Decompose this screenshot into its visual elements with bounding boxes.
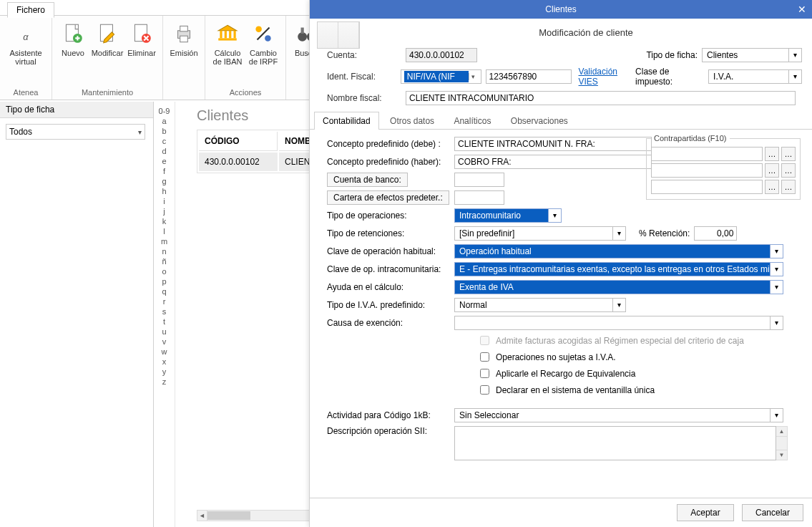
scroll-down-icon[interactable]: ▼ bbox=[776, 450, 787, 460]
ribbon-eliminar[interactable]: Eliminar bbox=[125, 19, 158, 87]
ayuda-calc-text: Exenta de IVA bbox=[455, 281, 770, 294]
ribbon-calculo-iban[interactable]: Cálculo de IBAN bbox=[210, 19, 245, 87]
bank-icon bbox=[215, 21, 240, 46]
chevron-down-icon: ▾ bbox=[770, 263, 783, 276]
alpha-u[interactable]: u bbox=[154, 327, 175, 337]
conc-haber-label: Concepto predefinido (haber): bbox=[327, 157, 454, 167]
chevron-down-icon bbox=[138, 127, 142, 137]
scroll-left-icon[interactable]: ◄ bbox=[197, 511, 207, 521]
alpha-0-9[interactable]: 0-9 bbox=[154, 106, 175, 116]
checkbox[interactable] bbox=[480, 352, 489, 362]
col-codigo[interactable]: CÓDIGO bbox=[199, 132, 278, 151]
dialog-footer: Aceptar Cancelar bbox=[310, 498, 812, 527]
pct-ret-field[interactable] bbox=[694, 226, 737, 241]
pct-ret-label: % Retención: bbox=[639, 228, 690, 238]
alpha-ñ[interactable]: ñ bbox=[154, 256, 175, 266]
tab-otros-datos[interactable]: Otros datos bbox=[381, 112, 443, 130]
lookup-button[interactable]: … bbox=[765, 163, 779, 178]
ident-type-value: NIF/IVA (NIF operad bbox=[404, 71, 469, 82]
alpha-c[interactable]: c bbox=[154, 136, 175, 146]
textarea-scrollbar[interactable]: ▲▼ bbox=[776, 426, 788, 460]
tab-observaciones[interactable]: Observaciones bbox=[502, 112, 577, 130]
alpha-q[interactable]: q bbox=[154, 286, 175, 296]
alpha-a[interactable]: a bbox=[154, 116, 175, 126]
alpha-j[interactable]: j bbox=[154, 206, 175, 216]
alpha-i[interactable]: i bbox=[154, 196, 175, 206]
clase-impuesto-combo[interactable]: I.V.A.▾ bbox=[708, 69, 802, 84]
ribbon-cambio-irpf[interactable]: Cambio de IRPF bbox=[245, 19, 281, 87]
alpha-v[interactable]: v bbox=[154, 337, 175, 347]
tipo-ficha-select[interactable]: Todos bbox=[6, 124, 145, 140]
contrapartida-3[interactable] bbox=[651, 180, 763, 194]
alpha-t[interactable]: t bbox=[154, 316, 175, 327]
alpha-l[interactable]: l bbox=[154, 226, 175, 236]
checkbox[interactable] bbox=[480, 385, 489, 395]
cartera-button[interactable]: Cartera de efectos predeter.: bbox=[327, 190, 449, 205]
aceptar-button[interactable]: Aceptar bbox=[677, 504, 733, 521]
tab-analiticos[interactable]: Analíticos bbox=[445, 112, 499, 130]
clave-intra-combo[interactable]: E - Entregas intracomunitarias exentas, … bbox=[454, 262, 783, 276]
conc-haber-field[interactable] bbox=[454, 155, 652, 169]
contrapartida-2[interactable] bbox=[651, 163, 763, 178]
ribbon-modificar[interactable]: Modificar bbox=[89, 19, 125, 87]
ribbon-asistente-virtual[interactable]: α Asistente virtual bbox=[4, 19, 47, 87]
alpha-z[interactable]: z bbox=[154, 377, 175, 387]
alpha-m[interactable]: m bbox=[154, 236, 175, 246]
alpha-h[interactable]: h bbox=[154, 186, 175, 196]
dialog-thumb-icon bbox=[317, 21, 360, 49]
lookup-button[interactable]: … bbox=[781, 147, 796, 161]
validacion-vies-link[interactable]: Validación VIES bbox=[579, 67, 636, 87]
actividad-1kb-combo[interactable]: Sin Seleccionar▾ bbox=[454, 408, 783, 422]
ident-value-field[interactable] bbox=[486, 69, 572, 84]
alpha-o[interactable]: o bbox=[154, 266, 175, 276]
chk-no-sujetas-iva[interactable]: Operaciones no sujetas a I.V.A. bbox=[477, 350, 802, 364]
contrapartidas-fieldset: Contrapartidas (F10) …… …… …… bbox=[646, 134, 801, 200]
alpha-d[interactable]: d bbox=[154, 146, 175, 156]
desc-sii-textarea[interactable] bbox=[454, 426, 776, 460]
chk-ventanilla-unica[interactable]: Declarar en el sistema de ventanilla úni… bbox=[477, 383, 802, 397]
nombre-fiscal-field[interactable] bbox=[406, 91, 796, 105]
cuenta-banco-field[interactable] bbox=[454, 173, 504, 187]
ribbon-emision[interactable]: Emisión bbox=[167, 19, 200, 87]
chevron-down-icon: ▾ bbox=[788, 49, 801, 62]
contrapartida-1[interactable] bbox=[651, 147, 763, 161]
alpha-s[interactable]: s bbox=[154, 306, 175, 316]
lookup-button[interactable]: … bbox=[765, 147, 779, 161]
cancelar-button[interactable]: Cancelar bbox=[742, 504, 803, 521]
lookup-button[interactable]: … bbox=[765, 180, 779, 194]
alpha-p[interactable]: p bbox=[154, 276, 175, 286]
alpha-n[interactable]: n bbox=[154, 246, 175, 256]
checkbox[interactable] bbox=[480, 369, 489, 378]
alpha-y[interactable]: y bbox=[154, 367, 175, 377]
tipo-ret-combo[interactable]: [Sin predefinir]▾ bbox=[454, 226, 626, 241]
alpha-k[interactable]: k bbox=[154, 216, 175, 226]
svg-rect-8 bbox=[180, 36, 188, 42]
conc-debe-field[interactable] bbox=[454, 137, 652, 151]
ribbon-nuevo[interactable]: Nuevo bbox=[57, 19, 89, 87]
iva-pred-combo[interactable]: Normal▾ bbox=[454, 298, 626, 312]
alpha-f[interactable]: f bbox=[154, 166, 175, 176]
ident-type-combo[interactable]: NIF/IVA (NIF operad▾ bbox=[401, 69, 481, 84]
ayuda-calc-combo[interactable]: Exenta de IVA▾ bbox=[454, 280, 783, 294]
tab-contabilidad[interactable]: Contabilidad bbox=[314, 112, 379, 130]
scroll-thumb[interactable] bbox=[207, 511, 250, 520]
tipo-op-combo[interactable]: Intracomunitario▾ bbox=[454, 208, 562, 223]
lookup-button[interactable]: … bbox=[781, 180, 796, 194]
tipo-ficha-combo[interactable]: Clientes▾ bbox=[702, 48, 802, 62]
menu-tab-fichero[interactable]: Fichero bbox=[7, 2, 54, 18]
causa-exencion-combo[interactable]: ▾ bbox=[454, 316, 783, 330]
clave-hab-combo[interactable]: Operación habitual▾ bbox=[454, 244, 783, 258]
close-icon[interactable]: ✕ bbox=[798, 0, 806, 19]
scroll-up-icon[interactable]: ▲ bbox=[776, 427, 787, 437]
cuenta-banco-button[interactable]: Cuenta de banco: bbox=[327, 173, 408, 187]
chk-recargo-equivalencia[interactable]: Aplicarle el Recargo de Equivalencia bbox=[477, 367, 802, 380]
alpha-r[interactable]: r bbox=[154, 296, 175, 306]
lookup-button[interactable]: … bbox=[781, 163, 796, 178]
alpha-w[interactable]: w bbox=[154, 347, 175, 357]
alpha-x[interactable]: x bbox=[154, 357, 175, 367]
dialog-tabs: Contabilidad Otros datos Analíticos Obse… bbox=[310, 111, 812, 130]
alpha-g[interactable]: g bbox=[154, 176, 175, 186]
alpha-b[interactable]: b bbox=[154, 126, 175, 136]
alpha-e[interactable]: e bbox=[154, 156, 175, 166]
cartera-field[interactable] bbox=[454, 190, 504, 205]
